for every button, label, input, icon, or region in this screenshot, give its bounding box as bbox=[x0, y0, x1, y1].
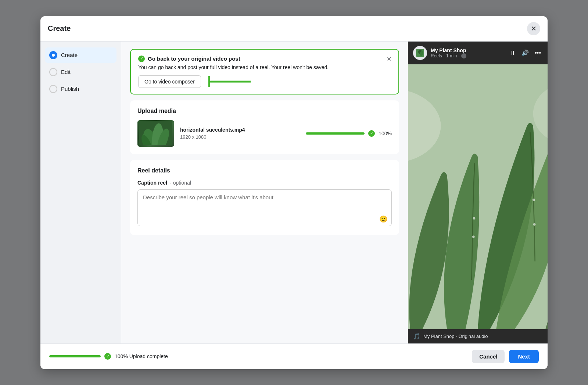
green-arrow-icon bbox=[208, 76, 252, 87]
modal-close-button[interactable]: ✕ bbox=[527, 22, 540, 35]
preview-duration: 1 min bbox=[446, 53, 457, 58]
footer-progress-fill bbox=[49, 355, 101, 357]
edit-step-indicator bbox=[49, 68, 57, 76]
modal-footer: ✓ 100% Upload complete Cancel Next bbox=[40, 343, 548, 369]
file-name: horizontal succulents.mp4 bbox=[180, 127, 300, 133]
avatar-icon bbox=[413, 46, 427, 60]
modal-overlay: Create ✕ Create Edit Publish bbox=[0, 0, 588, 385]
caption-optional: optional bbox=[173, 180, 191, 186]
create-modal: Create ✕ Create Edit Publish bbox=[40, 16, 548, 369]
preview-header: My Plant Shop Reels · 1 min · ⏸ 🔊 ••• bbox=[408, 42, 548, 64]
modal-body: Create Edit Publish ✕ ✓ Go bbox=[40, 42, 548, 343]
audio-text: My Plant Shop · Original audio bbox=[423, 334, 488, 339]
preview-video-area bbox=[408, 64, 548, 329]
publish-step-indicator bbox=[49, 85, 57, 93]
video-thumb-inner bbox=[137, 120, 174, 147]
preview-avatar bbox=[413, 46, 427, 60]
footer-status-text: 100% Upload complete bbox=[115, 353, 168, 359]
preview-user-info: My Plant Shop Reels · 1 min · bbox=[431, 47, 505, 58]
file-dimensions: 1920 x 1080 bbox=[180, 134, 300, 140]
sidebar-item-publish[interactable]: Publish bbox=[45, 81, 116, 97]
sidebar-label-edit: Edit bbox=[61, 69, 71, 75]
more-options-button[interactable]: ••• bbox=[533, 48, 542, 58]
banner-description: You can go back and post your full video… bbox=[138, 64, 391, 70]
sidebar-label-create: Create bbox=[61, 52, 78, 58]
preview-reels-label: Reels bbox=[431, 53, 442, 58]
next-button[interactable]: Next bbox=[509, 350, 539, 363]
upload-row: horizontal succulents.mp4 1920 x 1080 ✓ … bbox=[137, 120, 392, 147]
sidebar-item-edit[interactable]: Edit bbox=[45, 64, 116, 80]
caption-label: Caption reel bbox=[137, 180, 167, 186]
sidebar-item-create[interactable]: Create bbox=[45, 47, 116, 63]
upload-progress-bar bbox=[306, 132, 365, 135]
preview-footer: 🎵 My Plant Shop · Original audio bbox=[408, 329, 548, 343]
modal-header: Create ✕ bbox=[40, 16, 548, 42]
caption-label-row: Caption reel · optional bbox=[137, 180, 392, 186]
footer-right: Cancel Next bbox=[472, 350, 539, 363]
create-step-indicator bbox=[49, 51, 57, 59]
svg-point-14 bbox=[472, 235, 475, 238]
pause-button[interactable]: ⏸ bbox=[508, 48, 517, 58]
globe-icon bbox=[461, 53, 466, 58]
upload-media-card: Upload media bbox=[130, 100, 399, 154]
upload-info: horizontal succulents.mp4 1920 x 1080 bbox=[180, 127, 300, 140]
banner-title: Go back to your original video post bbox=[148, 56, 240, 62]
preview-meta: Reels · 1 min · bbox=[431, 53, 505, 58]
thumbnail-plant-svg bbox=[139, 121, 172, 145]
video-thumbnail bbox=[137, 120, 174, 147]
upload-complete-check-icon: ✓ bbox=[368, 130, 375, 137]
banner-button-row: Go to video composer bbox=[138, 75, 391, 88]
svg-point-13 bbox=[473, 217, 476, 220]
go-to-video-composer-button[interactable]: Go to video composer bbox=[138, 75, 201, 88]
preview-username: My Plant Shop bbox=[431, 47, 505, 53]
progress-row: ✓ 100% bbox=[306, 130, 392, 137]
svg-point-16 bbox=[533, 223, 536, 226]
banner-title-row: ✓ Go back to your original video post bbox=[138, 56, 391, 62]
caption-textarea[interactable] bbox=[137, 189, 392, 226]
caption-dot: · bbox=[169, 180, 171, 186]
main-content: ✕ ✓ Go back to your original video post … bbox=[121, 42, 408, 343]
go-back-banner: ✕ ✓ Go back to your original video post … bbox=[130, 49, 399, 95]
progress-percentage: 100% bbox=[379, 131, 392, 136]
emoji-button[interactable]: 🙂 bbox=[379, 215, 387, 223]
upload-progress-fill bbox=[306, 132, 365, 135]
footer-check-icon: ✓ bbox=[104, 353, 111, 360]
footer-progress-bar bbox=[49, 355, 101, 357]
preview-plant-image bbox=[408, 64, 548, 329]
modal-title: Create bbox=[48, 24, 71, 33]
footer-left: ✓ 100% Upload complete bbox=[49, 353, 168, 360]
reel-details-card: Reel details Caption reel · optional 🙂 bbox=[130, 160, 399, 235]
preview-panel: My Plant Shop Reels · 1 min · ⏸ 🔊 ••• bbox=[408, 42, 548, 343]
arrow-indicator bbox=[208, 76, 252, 87]
volume-button[interactable]: 🔊 bbox=[520, 48, 530, 58]
caption-textarea-wrapper: 🙂 bbox=[137, 189, 392, 228]
banner-check-icon: ✓ bbox=[138, 56, 145, 62]
audio-icon-button[interactable]: 🎵 bbox=[413, 333, 420, 340]
svg-point-15 bbox=[533, 199, 535, 201]
sidebar: Create Edit Publish bbox=[40, 42, 121, 343]
reel-details-title: Reel details bbox=[137, 167, 392, 174]
cancel-button[interactable]: Cancel bbox=[472, 350, 505, 363]
upload-media-title: Upload media bbox=[137, 108, 392, 114]
banner-close-button[interactable]: ✕ bbox=[384, 54, 394, 64]
preview-controls: ⏸ 🔊 ••• bbox=[508, 48, 542, 58]
sidebar-label-publish: Publish bbox=[61, 86, 79, 92]
